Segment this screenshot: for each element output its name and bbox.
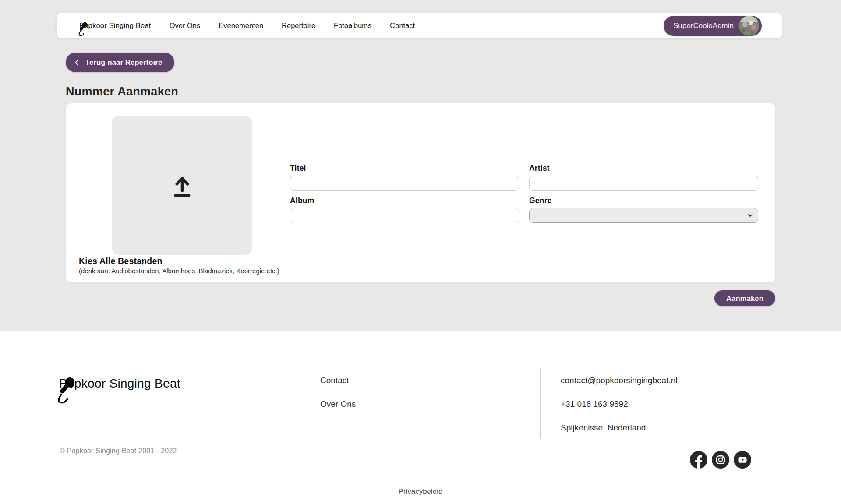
back-button-label: Terug naar Repertoire [85, 58, 162, 67]
nav-item-over-ons[interactable]: Over Ons [170, 21, 201, 30]
footer-link-over-ons[interactable]: Over Ons [320, 399, 356, 409]
microphone-icon [54, 376, 77, 405]
nav-links: Over Ons Evenementen Repertoire Fotoalbu… [170, 21, 434, 30]
brand-logo[interactable]: Popkoor Singing Beat [79, 21, 151, 30]
avatar [739, 16, 759, 36]
album-field: Album [290, 196, 519, 223]
footer-email: contact@popkoorsingingbeat.nl [561, 376, 677, 385]
create-song-card: Kies Alle Bestanden (denk aan: Audiobest… [66, 103, 775, 282]
footer-divider [300, 368, 300, 439]
titel-field: Titel [290, 164, 519, 191]
avatar-image [739, 16, 759, 36]
nav-item-repertoire[interactable]: Repertoire [282, 21, 315, 30]
facebook-icon [690, 451, 707, 469]
footer-contact-info: contact@popkoorsingingbeat.nl +31 018 16… [561, 376, 677, 447]
genre-label: Genre [529, 196, 758, 205]
instagram-button[interactable] [712, 451, 729, 469]
upload-icon [169, 171, 195, 200]
album-label: Album [290, 196, 519, 205]
nav-item-fotoalbums[interactable]: Fotoalbums [334, 21, 371, 30]
admin-user-label: SuperCooleAdmin [673, 21, 734, 30]
privacy-link[interactable]: Privacybeleid [398, 487, 442, 496]
youtube-button[interactable] [734, 451, 751, 469]
brand-logo-text: Popkoor Singing Beat [79, 21, 151, 29]
artist-label: Artist [529, 164, 758, 173]
privacy-bar: Privacybeleid [0, 479, 841, 504]
titel-label: Titel [290, 164, 519, 173]
nav-item-evenementen[interactable]: Evenementen [219, 21, 263, 30]
footer-logo-text: Popkoor Singing Beat [59, 377, 180, 390]
song-form: Titel Artist Album Genre [290, 164, 758, 223]
file-upload-dropzone[interactable] [112, 116, 252, 255]
youtube-icon [734, 451, 751, 469]
genre-field: Genre [529, 196, 758, 223]
footer-divider [540, 368, 541, 439]
admin-user-button[interactable]: SuperCooleAdmin [664, 16, 762, 36]
album-input[interactable] [290, 208, 519, 223]
create-submit-button[interactable]: Aanmaken [714, 290, 775, 306]
footer: Popkoor Singing Beat Contact Over Ons co… [0, 331, 841, 504]
genre-select[interactable] [529, 208, 758, 223]
social-links [690, 451, 751, 469]
artist-field: Artist [529, 164, 758, 191]
upload-hint: (denk aan: Audiobestanden, Albumhoes, Bl… [79, 267, 279, 275]
footer-location: Spijkenisse, Nederland [561, 423, 677, 433]
artist-input[interactable] [529, 176, 758, 191]
top-navbar: Popkoor Singing Beat Over Ons Evenemente… [57, 13, 782, 38]
instagram-icon [712, 451, 729, 469]
page-title: Nummer Aanmaken [66, 85, 178, 99]
facebook-button[interactable] [690, 451, 707, 469]
nav-item-contact[interactable]: Contact [390, 21, 415, 30]
upload-caption: Kies Alle Bestanden (denk aan: Audiobest… [79, 256, 279, 275]
chevron-left-icon [74, 60, 80, 66]
footer-phone: +31 018 163 9892 [561, 399, 677, 409]
footer-link-contact[interactable]: Contact [320, 376, 356, 385]
back-to-repertoire-button[interactable]: Terug naar Repertoire [66, 53, 174, 72]
copyright-text: © Popkoor Singing Beat 2001 - 2022 [60, 447, 177, 455]
titel-input[interactable] [290, 176, 519, 191]
upload-title: Kies Alle Bestanden [79, 256, 279, 266]
microphone-icon [77, 21, 89, 37]
footer-links: Contact Over Ons [320, 376, 356, 423]
footer-logo: Popkoor Singing Beat [59, 377, 180, 391]
